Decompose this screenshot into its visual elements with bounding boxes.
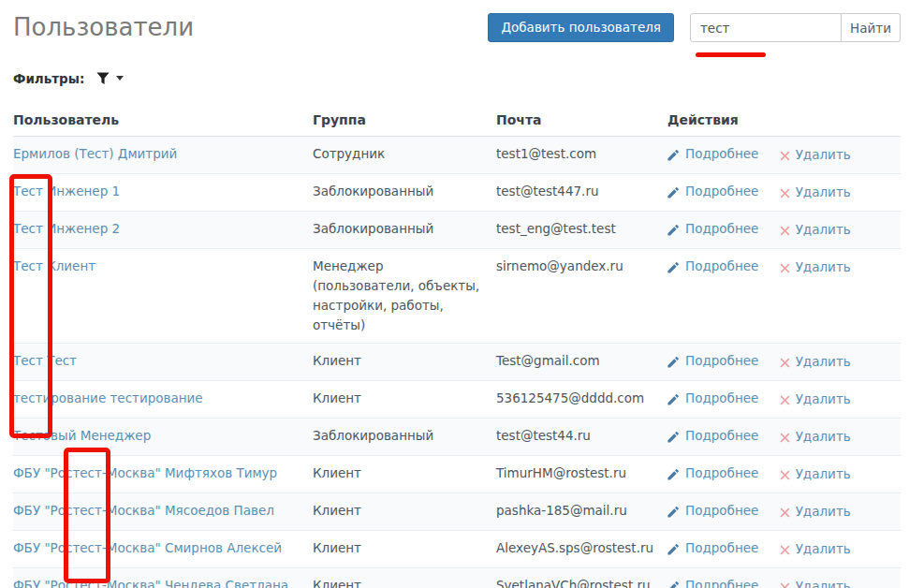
delete-x-icon	[780, 470, 790, 480]
delete-link-label: Удалить	[796, 427, 851, 447]
user-link[interactable]: Тест Тест	[13, 353, 77, 368]
delete-x-icon	[780, 358, 790, 368]
column-header-email: Почта	[496, 108, 667, 137]
pencil-icon	[667, 149, 680, 161]
search-button[interactable]: Найти	[842, 13, 901, 42]
users-page: Пользователи Добавить пользователя Найти…	[0, 0, 909, 588]
user-cell: Тест Клиент	[13, 249, 313, 344]
actions-cell: Подробнее Удалить	[667, 381, 901, 419]
delete-link-label: Удалить	[796, 539, 851, 559]
details-link[interactable]: Подробнее	[667, 463, 758, 483]
annotation-red-underline	[696, 52, 766, 57]
details-link-label: Подробнее	[685, 463, 758, 483]
delete-link[interactable]: Удалить	[780, 352, 851, 372]
details-link[interactable]: Подробнее	[667, 576, 758, 588]
delete-link[interactable]: Удалить	[780, 220, 851, 240]
details-link[interactable]: Подробнее	[667, 538, 758, 558]
delete-x-icon	[780, 188, 790, 198]
actions-cell: Подробнее Удалить	[667, 174, 901, 212]
header-controls: Добавить пользователя Найти	[488, 13, 901, 42]
details-link-label: Подробнее	[685, 219, 758, 239]
details-link[interactable]: Подробнее	[667, 351, 758, 371]
add-user-button[interactable]: Добавить пользователя	[488, 13, 674, 42]
details-link-label: Подробнее	[685, 538, 758, 558]
actions-cell: Подробнее Удалить	[667, 493, 901, 531]
email-cell: 536125475@dddd.com	[496, 381, 667, 419]
delete-x-icon	[780, 582, 790, 588]
page-header: Пользователи Добавить пользователя Найти	[13, 0, 901, 42]
details-link[interactable]: Подробнее	[667, 426, 758, 446]
user-link[interactable]: ФБУ "Ростест-Москва" Смирнов Алексей	[13, 540, 282, 555]
actions-cell: Подробнее Удалить	[667, 456, 901, 493]
user-cell: Ермилов (Тест) Дмитрий	[13, 137, 313, 174]
user-link[interactable]: Тестовый Менеджер	[13, 428, 151, 443]
search-input[interactable]	[690, 13, 842, 42]
table-row: Тест Инженер 2 Заблокированный test_eng@…	[13, 212, 901, 249]
delete-x-icon	[780, 545, 790, 555]
group-cell: Клиент	[313, 568, 496, 588]
delete-x-icon	[780, 395, 790, 405]
pencil-icon	[667, 506, 680, 518]
group-cell: Заблокированный	[313, 212, 496, 249]
email-cell: SvetlanaVCh@rostest.ru	[496, 568, 667, 588]
pencil-icon	[667, 224, 680, 236]
delete-link[interactable]: Удалить	[780, 390, 851, 409]
page-title: Пользователи	[13, 13, 194, 41]
details-link-label: Подробнее	[685, 389, 758, 408]
table-row: Тестовый Менеджер Заблокированный test@t…	[13, 419, 901, 456]
email-cell: Test@gmail.com	[496, 344, 667, 381]
actions-cell: Подробнее Удалить	[667, 419, 901, 456]
filter-dropdown-toggle[interactable]	[96, 71, 124, 85]
actions-cell: Подробнее Удалить	[667, 531, 901, 568]
details-link-label: Подробнее	[685, 182, 758, 201]
user-link[interactable]: Тест Клиент	[13, 258, 95, 273]
group-cell: Заблокированный	[313, 419, 496, 456]
delete-link[interactable]: Удалить	[780, 145, 851, 165]
email-cell: test_eng@test.test	[496, 212, 667, 249]
actions-cell: Подробнее Удалить	[667, 249, 901, 344]
delete-link[interactable]: Удалить	[780, 183, 851, 202]
details-link[interactable]: Подробнее	[667, 182, 758, 201]
user-link[interactable]: ФБУ "Ростест-Москва" Мясоедов Павел	[13, 503, 274, 518]
group-cell: Клиент	[313, 531, 496, 568]
delete-link-label: Удалить	[796, 352, 851, 372]
delete-link-label: Удалить	[796, 390, 851, 409]
delete-link-label: Удалить	[796, 464, 851, 484]
user-cell: Тест Инженер 1	[13, 174, 313, 212]
details-link[interactable]: Подробнее	[667, 144, 758, 164]
pencil-icon	[667, 261, 680, 273]
table-row: Тест Тест Клиент Test@gmail.com Подробне…	[13, 344, 901, 381]
user-cell: Тест Тест	[13, 344, 313, 381]
details-link[interactable]: Подробнее	[667, 501, 758, 521]
user-link[interactable]: Тест Инженер 2	[13, 221, 120, 236]
delete-x-icon	[780, 263, 790, 273]
user-cell: ФБУ "Ростест-Москва" Смирнов Алексей	[13, 531, 313, 568]
pencil-icon	[667, 543, 680, 555]
pencil-icon	[667, 431, 680, 443]
user-link[interactable]: ФБУ "Ростест-Москва" Чендева Светлана	[13, 578, 288, 588]
delete-link[interactable]: Удалить	[780, 257, 851, 277]
delete-link[interactable]: Удалить	[780, 464, 851, 484]
user-link[interactable]: Тест Инженер 1	[13, 184, 120, 198]
user-link[interactable]: Ермилов (Тест) Дмитрий	[13, 146, 177, 161]
actions-cell: Подробнее Удалить	[667, 212, 901, 249]
delete-link[interactable]: Удалить	[780, 577, 851, 588]
delete-link[interactable]: Удалить	[780, 539, 851, 559]
user-link[interactable]: ФБУ "Ростест-Москва" Мифтяхов Тимур	[13, 465, 277, 480]
table-row: ФБУ "Ростест-Москва" Чендева Светлана Кл…	[13, 568, 901, 588]
delete-x-icon	[780, 226, 790, 236]
delete-link[interactable]: Удалить	[780, 427, 851, 447]
details-link[interactable]: Подробнее	[667, 257, 758, 276]
pencil-icon	[667, 393, 680, 405]
pencil-icon	[667, 356, 680, 368]
details-link[interactable]: Подробнее	[667, 389, 758, 408]
email-cell: test1@test.com	[496, 137, 667, 174]
users-table: Пользователь Группа Почта Действия Ермил…	[13, 108, 901, 588]
user-cell: тестирование тестирование	[13, 381, 313, 419]
group-cell: Сотрудник	[313, 137, 496, 174]
details-link[interactable]: Подробнее	[667, 219, 758, 239]
user-cell: ФБУ "Ростест-Москва" Чендева Светлана	[13, 568, 313, 588]
user-link[interactable]: тестирование тестирование	[13, 390, 203, 405]
delete-link[interactable]: Удалить	[780, 502, 851, 522]
table-row: ФБУ "Ростест-Москва" Мифтяхов Тимур Клие…	[13, 456, 901, 493]
